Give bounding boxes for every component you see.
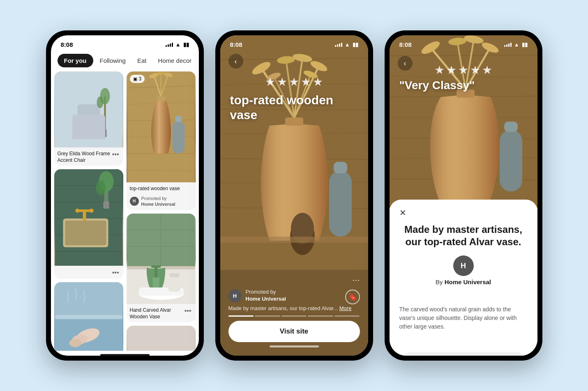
time-3: 8:08 <box>399 41 412 48</box>
svg-rect-51 <box>175 116 182 122</box>
card-bathroom-image <box>54 169 123 266</box>
product-description: Made by master artisans, our top-rated A… <box>228 305 360 311</box>
svg-rect-65 <box>127 326 195 351</box>
prog-3 <box>281 315 307 317</box>
svg-rect-5 <box>96 127 98 138</box>
ceramics-illustration <box>127 326 196 351</box>
promoted-label: Promoted by Home Universal <box>246 289 286 303</box>
svg-rect-63 <box>168 275 180 292</box>
svg-rect-11 <box>103 129 106 137</box>
prog-5 <box>334 315 360 317</box>
stars-row: ★ ★ ★ ★ ★ <box>220 72 368 93</box>
tab-eat[interactable]: Eat <box>132 54 152 67</box>
modal-description: The carved wood's natural grain adds to … <box>399 305 528 331</box>
more-options[interactable]: ··· <box>228 275 360 285</box>
star-3: ★ <box>289 75 299 89</box>
tab-following[interactable]: Following <box>95 54 131 67</box>
progress-bar <box>228 315 360 317</box>
svg-rect-3 <box>75 120 102 127</box>
product-bottom-panel: ··· H Promoted by Home Universal 🔖 <box>220 270 368 356</box>
star-4: ★ <box>301 75 311 89</box>
svg-point-24 <box>75 209 79 213</box>
card-soap[interactable]: Hand Carved Alvar Wooden Vase ••• <box>127 214 196 322</box>
modal-close-button[interactable]: ✕ <box>399 208 528 218</box>
card-bath-image <box>54 282 123 351</box>
brand-avatar-modal: H <box>453 255 474 276</box>
svg-point-25 <box>89 209 93 213</box>
card-ceramics[interactable] <box>127 326 196 351</box>
card-vase[interactable]: ▣ 3 <box>127 71 196 210</box>
soap-illustration <box>127 214 196 304</box>
brand-name-label: By Home Universal <box>436 278 491 285</box>
card-chair-info: Grey Elida Wood Frame Accent Chair ••• <box>54 147 123 166</box>
svg-rect-116 <box>500 130 522 191</box>
phone-product: 8:08 ▲ ▮▮ <box>215 30 373 361</box>
card-vase-title: top-rated wooden vase <box>130 186 192 192</box>
signal-icon <box>166 43 173 47</box>
time-2: 8:08 <box>230 41 242 48</box>
svg-point-35 <box>69 339 81 347</box>
svg-rect-1 <box>63 80 88 80</box>
tab-for-you[interactable]: For you <box>58 54 93 67</box>
card-bathroom[interactable]: ••• <box>54 169 123 279</box>
card-vase-brand-avatar: H <box>130 197 139 206</box>
card-chair-menu[interactable]: ••• <box>111 151 120 158</box>
promoted-bottom-row: H Promoted by Home Universal 🔖 <box>228 289 360 305</box>
back-button[interactable]: ‹ <box>228 54 243 69</box>
home-indicator-2 <box>270 345 319 347</box>
svg-rect-43 <box>157 96 165 101</box>
status-bar-1: 8:08 ▲ ▮▮ <box>51 35 199 51</box>
home-indicator-1 <box>100 354 150 356</box>
modal-title: Made by master artisans, our top-rated A… <box>399 223 528 248</box>
product-header: ‹ <box>220 51 368 72</box>
signal-icon-2 <box>335 43 342 47</box>
card-bathroom-menu[interactable]: ••• <box>111 269 120 276</box>
visit-site-button-3[interactable]: Visit site <box>399 352 528 356</box>
svg-rect-60 <box>151 265 161 268</box>
modal-brand: H By Home Universal <box>399 255 528 285</box>
modal-card: ✕ Made by master artisans, our top-rated… <box>390 200 537 356</box>
svg-rect-6 <box>77 127 80 136</box>
bathroom-illustration <box>54 169 123 266</box>
star-3-5: ★ <box>482 63 492 77</box>
svg-rect-64 <box>169 273 179 277</box>
card-soap-menu[interactable]: ••• <box>184 307 192 315</box>
vase-small-illustration <box>127 71 196 182</box>
save-button[interactable]: 🔖 <box>345 290 360 304</box>
card-soap-info: Hand Carved Alvar Wooden Vase ••• <box>127 304 196 322</box>
chair-illustration <box>54 71 123 147</box>
modal-screen: 8:08 ▲ ▮▮ ‹ <box>390 35 537 356</box>
status-bar-3: 8:08 ▲ ▮▮ <box>390 35 537 51</box>
more-link[interactable]: More <box>339 305 352 311</box>
product-overlay: 8:08 ▲ ▮▮ <box>220 35 368 356</box>
svg-rect-21 <box>65 221 106 245</box>
product-title: top-rated wooden vase <box>230 93 358 122</box>
battery-icon-2: ▮▮ <box>353 41 358 48</box>
time-1: 8:08 <box>61 41 73 48</box>
tab-home-decor[interactable]: Home decor <box>153 54 196 67</box>
svg-rect-4 <box>78 127 81 138</box>
star-3-1: ★ <box>434 63 445 77</box>
card-vase-brand-name: Home Universal <box>141 201 175 207</box>
bath-illustration <box>54 282 123 351</box>
svg-rect-29 <box>103 201 109 209</box>
card-chair-title: Grey Elida Wood Frame Accent Chair <box>58 151 111 163</box>
svg-rect-58 <box>152 277 159 288</box>
card-vase-promoted: H Promoted by Home Universal <box>127 195 196 211</box>
card-bath[interactable]: Green Bathroom Glass Soap Dispenser ••• <box>54 282 123 351</box>
feed-tabs: For you Following Eat Home decor <box>51 51 199 71</box>
prog-4 <box>308 315 333 317</box>
svg-rect-31 <box>55 315 122 319</box>
card-chair[interactable]: Grey Elida Wood Frame Accent Chair ••• <box>54 71 123 166</box>
svg-rect-13 <box>78 134 97 136</box>
visit-site-button[interactable]: Visit site <box>228 321 360 342</box>
quote-title: "Very Classy" <box>399 78 528 92</box>
quote-title-area: "Very Classy" <box>390 78 537 92</box>
card-vase-image: ▣ 3 <box>127 71 196 182</box>
signal-icon-3 <box>504 43 512 47</box>
svg-rect-23 <box>77 209 91 212</box>
product-screen: 8:08 ▲ ▮▮ <box>220 35 368 356</box>
promoted-info: H Promoted by Home Universal <box>228 289 286 303</box>
star-2: ★ <box>277 75 287 89</box>
svg-point-48 <box>157 72 165 75</box>
